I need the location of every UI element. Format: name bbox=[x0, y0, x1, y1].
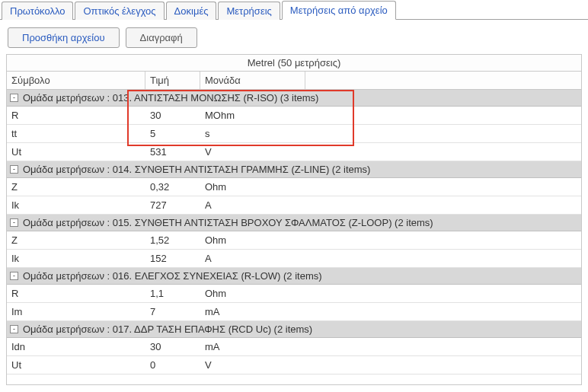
table-row[interactable]: R1,1Ohm bbox=[7, 285, 581, 303]
tab-1[interactable]: Οπτικός έλεγχος bbox=[75, 2, 164, 20]
table-row[interactable]: Im7mA bbox=[7, 303, 581, 321]
cell-unit: Ohm bbox=[200, 178, 305, 196]
group-label: Ομάδα μετρήσεων : 015. ΣΥΝΘΕΤΗ ΑΝΤΙΣΤΑΣΗ… bbox=[23, 217, 433, 228]
cell-value: 1,1 bbox=[145, 285, 200, 302]
table-row[interactable]: Z0,32Ohm bbox=[7, 178, 581, 196]
cell-value: 0,32 bbox=[145, 178, 200, 196]
cell-unit: MOhm bbox=[200, 107, 305, 124]
cell-value: 7 bbox=[145, 303, 200, 320]
cell-symbol: Z bbox=[7, 231, 145, 249]
cell-spacer bbox=[305, 125, 581, 142]
cell-unit: A bbox=[200, 196, 305, 214]
tab-4[interactable]: Μετρήσεις από αρχείο bbox=[282, 1, 396, 20]
cell-symbol: Ut bbox=[7, 143, 145, 161]
header-spacer bbox=[305, 72, 581, 89]
table-row[interactable]: Idn30mA bbox=[7, 338, 581, 356]
cell-symbol: Ut bbox=[7, 356, 145, 374]
cell-unit: Ohm bbox=[200, 231, 305, 249]
cell-symbol: Ik bbox=[7, 250, 145, 267]
tab-2[interactable]: Δοκιμές bbox=[166, 2, 217, 20]
cell-value: 30 bbox=[145, 338, 200, 355]
cell-symbol: R bbox=[7, 107, 145, 124]
table-row[interactable]: Ut0V bbox=[7, 356, 581, 374]
collapse-icon[interactable]: - bbox=[10, 218, 18, 227]
cell-unit: A bbox=[200, 250, 305, 267]
cell-value: 152 bbox=[145, 250, 200, 267]
delete-button[interactable]: Διαγραφή bbox=[126, 27, 197, 48]
collapse-icon[interactable]: - bbox=[10, 325, 18, 333]
tab-0[interactable]: Πρωτόκολλο bbox=[2, 2, 73, 20]
group-row[interactable]: -Ομάδα μετρήσεων : 016. ΕΛΕΓΧΟΣ ΣΥΝΕΧΕΙΑ… bbox=[7, 268, 581, 285]
cell-spacer bbox=[305, 143, 581, 161]
cell-spacer bbox=[305, 231, 581, 249]
cell-unit: mA bbox=[200, 338, 305, 355]
group-label: Ομάδα μετρήσεων : 016. ΕΛΕΓΧΟΣ ΣΥΝΕΧΕΙΑΣ… bbox=[23, 270, 322, 282]
cell-spacer bbox=[305, 303, 581, 320]
cell-symbol: Idn bbox=[7, 338, 145, 355]
cell-symbol: Ik bbox=[7, 196, 145, 214]
header-unit[interactable]: Μονάδα bbox=[200, 72, 305, 89]
cell-spacer bbox=[305, 338, 581, 355]
group-row[interactable]: -Ομάδα μετρήσεων : 017. ΔΔΡ ΤΑΣΗ ΕΠΑΦΗΣ … bbox=[7, 321, 581, 338]
toolbar: Προσθήκη αρχείου Διαγραφή bbox=[0, 20, 588, 54]
header-value[interactable]: Τιμή bbox=[145, 72, 200, 89]
table-row[interactable]: Ut531V bbox=[7, 143, 581, 161]
group-row[interactable]: -Ομάδα μετρήσεων : 013. ΑΝΤΙΣΤΑΣΗ ΜΟΝΩΣΗ… bbox=[7, 90, 581, 107]
cell-value: 30 bbox=[145, 107, 200, 124]
cell-symbol: Z bbox=[7, 178, 145, 196]
cell-spacer bbox=[305, 107, 581, 124]
group-row[interactable]: -Ομάδα μετρήσεων : 015. ΣΥΝΘΕΤΗ ΑΝΤΙΣΤΑΣ… bbox=[7, 215, 581, 231]
cell-value: 0 bbox=[145, 356, 200, 374]
group-label: Ομάδα μετρήσεων : 014. ΣΥΝΘΕΤΗ ΑΝΤΙΣΤΑΣΗ… bbox=[23, 164, 370, 175]
group-label: Ομάδα μετρήσεων : 013. ΑΝΤΙΣΤΑΣΗ ΜΟΝΩΣΗΣ… bbox=[23, 92, 318, 104]
group-row[interactable]: -Ομάδα μετρήσεων : 014. ΣΥΝΘΕΤΗ ΑΝΤΙΣΤΑΣ… bbox=[7, 161, 581, 178]
cell-unit: V bbox=[200, 143, 305, 161]
tab-3[interactable]: Μετρήσεις bbox=[218, 2, 280, 20]
collapse-icon[interactable]: - bbox=[10, 94, 18, 102]
add-file-button[interactable]: Προσθήκη αρχείου bbox=[8, 27, 120, 48]
group-label: Ομάδα μετρήσεων : 017. ΔΔΡ ΤΑΣΗ ΕΠΑΦΗΣ (… bbox=[23, 323, 312, 335]
cell-value: 1,52 bbox=[145, 231, 200, 249]
cell-spacer bbox=[305, 250, 581, 267]
collapse-icon[interactable]: - bbox=[10, 272, 18, 280]
cell-value: 727 bbox=[145, 196, 200, 214]
cell-unit: mA bbox=[200, 303, 305, 320]
table-row[interactable]: Ik152A bbox=[7, 250, 581, 268]
table-row[interactable]: Ik727A bbox=[7, 196, 581, 215]
cell-spacer bbox=[305, 285, 581, 302]
header-symbol[interactable]: Σύμβολο bbox=[7, 72, 145, 89]
tab-bar: ΠρωτόκολλοΟπτικός έλεγχοςΔοκιμέςΜετρήσει… bbox=[0, 0, 588, 20]
grid-title: Metrel (50 μετρήσεις) bbox=[7, 55, 581, 72]
cell-spacer bbox=[305, 178, 581, 196]
cell-unit: s bbox=[200, 125, 305, 142]
cell-unit: V bbox=[200, 356, 305, 374]
table-row[interactable]: R30MOhm bbox=[7, 107, 581, 125]
cell-spacer bbox=[305, 196, 581, 214]
cell-symbol: R bbox=[7, 285, 145, 302]
table-row[interactable]: Z1,52Ohm bbox=[7, 231, 581, 250]
collapse-icon[interactable]: - bbox=[10, 165, 18, 174]
cell-value: 531 bbox=[145, 143, 200, 161]
grid-headers: Σύμβολο Τιμή Μονάδα bbox=[7, 72, 581, 90]
cell-symbol: Im bbox=[7, 303, 145, 320]
grid-body[interactable]: -Ομάδα μετρήσεων : 013. ΑΝΤΙΣΤΑΣΗ ΜΟΝΩΣΗ… bbox=[7, 90, 581, 384]
cell-unit: Ohm bbox=[200, 285, 305, 302]
table-row[interactable]: tt5s bbox=[7, 125, 581, 143]
cell-value: 5 bbox=[145, 125, 200, 142]
measurements-grid: Metrel (50 μετρήσεις) Σύμβολο Τιμή Μονάδ… bbox=[6, 54, 582, 385]
cell-spacer bbox=[305, 356, 581, 374]
cell-symbol: tt bbox=[7, 125, 145, 142]
